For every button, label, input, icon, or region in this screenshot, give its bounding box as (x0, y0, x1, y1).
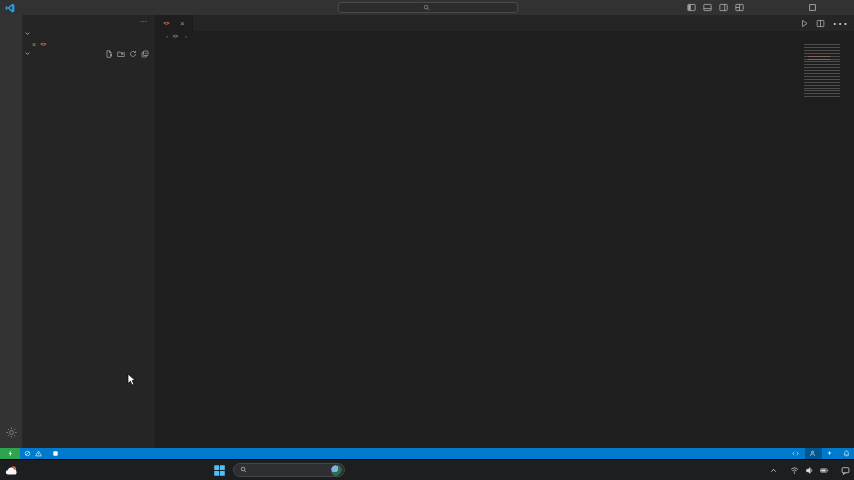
system-tray (769, 461, 850, 479)
volume-icon[interactable] (805, 461, 814, 479)
html-file-icon: <> (162, 20, 170, 26)
blackbox-icon (52, 450, 59, 457)
settings-gear-icon[interactable] (0, 421, 22, 444)
signed-out-button[interactable] (805, 448, 822, 459)
split-editor-icon[interactable] (816, 14, 825, 32)
remote-indicator[interactable] (0, 448, 20, 459)
maximize-button[interactable] (798, 0, 826, 15)
title-bar (0, 0, 854, 15)
toggle-panel-left-icon[interactable] (687, 3, 696, 13)
notifications-bell-icon[interactable] (839, 448, 854, 459)
sparkle-icon (826, 450, 833, 457)
language-icon (792, 450, 799, 457)
close-icon[interactable]: × (32, 41, 36, 48)
errors-icon (24, 450, 31, 457)
project-header[interactable] (22, 49, 155, 59)
indentation[interactable] (764, 448, 772, 459)
search-icon (423, 4, 430, 12)
status-bar (0, 448, 854, 459)
explorer-sidebar: ⋯ × <> (22, 15, 155, 448)
tab-mark-attendance[interactable]: <> × (155, 15, 193, 31)
vscode-window: ⋯ × <> (0, 0, 854, 480)
breadcrumb[interactable]: › <> › (155, 31, 854, 41)
new-folder-icon[interactable] (117, 50, 125, 59)
tab-bar: <> × ⋯ (155, 15, 854, 31)
wifi-icon[interactable] (790, 461, 799, 479)
command-center[interactable] (338, 2, 518, 13)
problems-indicator[interactable] (20, 448, 48, 459)
code-area[interactable] (155, 41, 854, 448)
minimap[interactable] (804, 44, 840, 98)
weather-icon (5, 464, 18, 477)
notification-center-icon[interactable] (841, 461, 850, 479)
explorer-more-icon[interactable]: ⋯ (140, 18, 147, 26)
weather-widget[interactable] (0, 464, 21, 477)
language-mode[interactable] (788, 448, 805, 459)
collapse-all-icon[interactable] (141, 50, 149, 59)
breadcrumb-separator: › (166, 33, 168, 39)
search-highlight-image[interactable] (331, 465, 342, 476)
tray-expand-icon[interactable] (769, 461, 778, 479)
toggle-panel-right-icon[interactable] (719, 3, 728, 13)
toggle-panel-bottom-icon[interactable] (703, 3, 712, 13)
remote-lightning-icon (7, 450, 14, 457)
editor-group: <> × ⋯ › <> › (155, 15, 854, 448)
run-file-icon[interactable] (800, 14, 809, 32)
blackbox-agent-button[interactable] (48, 448, 65, 459)
new-file-icon[interactable] (105, 50, 113, 59)
ai-code-chat-button[interactable] (822, 448, 839, 459)
chevron-down-icon (24, 30, 31, 38)
battery-icon[interactable] (820, 461, 829, 479)
windows-taskbar (0, 459, 854, 480)
html-file-icon: <> (171, 33, 179, 39)
open-editor-item[interactable]: × <> (22, 39, 155, 49)
cursor-position[interactable] (756, 448, 764, 459)
tab-close-icon[interactable]: × (180, 19, 185, 28)
search-icon (240, 466, 247, 474)
editor-more-icon[interactable]: ⋯ (832, 14, 848, 33)
activity-bar (0, 15, 22, 448)
html-file-icon: <> (39, 41, 47, 47)
warnings-icon (35, 450, 42, 457)
customize-layout-icon[interactable] (735, 3, 744, 13)
start-button[interactable] (212, 463, 227, 478)
open-editors-header[interactable] (22, 29, 155, 39)
account-icon (809, 450, 816, 457)
open-website-button[interactable] (65, 448, 73, 459)
taskbar-search[interactable] (233, 463, 345, 477)
vscode-logo-icon (5, 3, 15, 13)
chevron-down-icon (24, 50, 31, 58)
refresh-icon[interactable] (129, 50, 137, 59)
encoding[interactable] (772, 448, 780, 459)
eol-sequence[interactable] (780, 448, 788, 459)
minimize-button[interactable] (770, 0, 798, 15)
breadcrumb-separator: › (185, 33, 187, 39)
